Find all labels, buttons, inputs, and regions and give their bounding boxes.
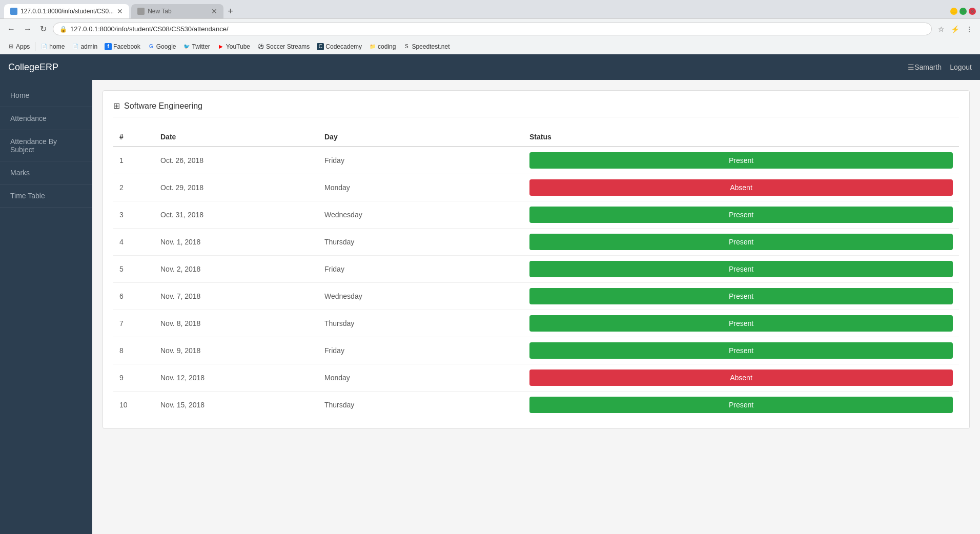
- tab-close-inactive[interactable]: ✕: [211, 8, 217, 15]
- cell-day-3: Thursday: [318, 229, 523, 256]
- sidebar-item-timetable-label: Time Table: [10, 192, 45, 200]
- bookmark-separator-1: [35, 42, 35, 51]
- cell-status-2: Present: [523, 201, 959, 229]
- browser-tab-active[interactable]: 127.0.0.1:8000/info/student/CS0... ✕: [4, 4, 129, 18]
- table-row: 8Nov. 9, 2018FridayPresent: [113, 337, 959, 364]
- bookmark-star-button[interactable]: ☆: [936, 23, 947, 35]
- sidebar-item-home[interactable]: Home: [0, 84, 92, 107]
- table-row: 1Oct. 26, 2018FridayPresent: [113, 147, 959, 174]
- sidebar-item-attendance-label: Attendance: [10, 114, 47, 122]
- table-row: 7Nov. 8, 2018ThursdayPresent: [113, 310, 959, 337]
- app-body: Home Attendance Attendance By Subject Ma…: [0, 80, 980, 534]
- reload-button[interactable]: ↻: [38, 23, 49, 35]
- twitter-icon: 🐦: [183, 43, 190, 50]
- attendance-table: # Date Day Status 1Oct. 26, 2018FridayPr…: [113, 128, 959, 418]
- cell-num-6: 7: [113, 310, 154, 337]
- bookmark-admin-label: admin: [80, 43, 97, 50]
- bookmark-home-label: home: [49, 43, 65, 50]
- forward-button[interactable]: →: [22, 24, 34, 35]
- app-header: CollegeERP ☰ Samarth Logout: [0, 54, 980, 80]
- sidebar-item-time-table[interactable]: Time Table: [0, 184, 92, 208]
- browser-chrome: 127.0.0.1:8000/info/student/CS0... ✕ New…: [0, 0, 980, 54]
- cell-status-0: Present: [523, 147, 959, 174]
- cell-day-1: Monday: [318, 174, 523, 201]
- sidebar-item-attendance-by-subject[interactable]: Attendance By Subject: [0, 130, 92, 161]
- col-header-date: Date: [154, 128, 318, 147]
- cell-status-1: Absent: [523, 174, 959, 201]
- table-grid-icon: ⊞: [113, 101, 120, 111]
- sidebar-item-attendance[interactable]: Attendance: [0, 107, 92, 130]
- bookmark-soccer-label: Soccer Streams: [266, 43, 310, 50]
- toolbar-right: ☆ ⚡ ⋮: [936, 23, 975, 35]
- cell-date-4: Nov. 2, 2018: [154, 256, 318, 283]
- cell-status-8: Absent: [523, 364, 959, 392]
- bookmark-google[interactable]: G Google: [145, 42, 179, 51]
- extensions-button[interactable]: ⚡: [949, 23, 962, 35]
- cell-num-1: 2: [113, 174, 154, 201]
- cell-num-9: 10: [113, 392, 154, 419]
- bookmark-coding[interactable]: 📁 coding: [366, 42, 399, 51]
- bookmark-soccer[interactable]: ⚽ Soccer Streams: [254, 42, 313, 51]
- cell-num-5: 6: [113, 283, 154, 310]
- bookmark-facebook-label: Facebook: [113, 43, 140, 50]
- sidebar-item-home-label: Home: [10, 91, 29, 99]
- menu-button[interactable]: ⋮: [964, 23, 975, 35]
- bookmark-codecademy[interactable]: C Codecademy: [314, 42, 365, 51]
- header-right: Samarth Logout: [914, 63, 972, 71]
- tab-title-inactive: New Tab: [148, 8, 208, 15]
- speedtest-icon: S: [403, 43, 410, 50]
- tab-favicon-2: [137, 8, 145, 15]
- browser-tab-inactive[interactable]: New Tab ✕: [131, 4, 223, 18]
- table-header-row: # Date Day Status: [113, 128, 959, 147]
- sidebar-item-marks-label: Marks: [10, 169, 30, 177]
- status-badge-7: Present: [529, 342, 953, 359]
- bookmark-facebook[interactable]: f Facebook: [101, 42, 144, 51]
- new-tab-button[interactable]: +: [226, 6, 235, 17]
- cell-num-2: 3: [113, 201, 154, 229]
- cell-num-4: 5: [113, 256, 154, 283]
- main-content: ⊞ Software Engineering # Date Day Status…: [92, 80, 980, 534]
- status-badge-1: Absent: [529, 179, 953, 196]
- hamburger-icon[interactable]: ☰: [908, 63, 914, 71]
- cell-date-3: Nov. 1, 2018: [154, 229, 318, 256]
- maximize-button[interactable]: □: [959, 8, 967, 15]
- header-username: Samarth: [914, 63, 942, 71]
- address-bar[interactable]: 🔒 127.0.0.1:8000/info/student/CS08/CS530…: [53, 23, 932, 35]
- bookmark-google-label: Google: [156, 43, 176, 50]
- cell-date-1: Oct. 29, 2018: [154, 174, 318, 201]
- status-badge-6: Present: [529, 315, 953, 332]
- tab-close-active[interactable]: ✕: [117, 8, 123, 15]
- col-header-day: Day: [318, 128, 523, 147]
- bookmark-youtube[interactable]: ▶ YouTube: [214, 42, 253, 51]
- cell-day-5: Wednesday: [318, 283, 523, 310]
- bookmark-twitter[interactable]: 🐦 Twitter: [180, 42, 213, 51]
- cell-date-5: Nov. 7, 2018: [154, 283, 318, 310]
- close-button[interactable]: ✕: [969, 8, 976, 15]
- cell-day-9: Thursday: [318, 392, 523, 419]
- sidebar-item-marks[interactable]: Marks: [0, 161, 92, 184]
- bookmark-apps-label: Apps: [16, 43, 30, 50]
- bookmark-home[interactable]: 📄 home: [37, 42, 68, 51]
- cell-num-0: 1: [113, 147, 154, 174]
- admin-bm-icon: 📄: [72, 43, 79, 50]
- cell-status-9: Present: [523, 392, 959, 419]
- cell-num-8: 9: [113, 364, 154, 392]
- browser-titlebar: 127.0.0.1:8000/info/student/CS0... ✕ New…: [0, 0, 980, 18]
- cell-day-7: Friday: [318, 337, 523, 364]
- logout-button[interactable]: Logout: [950, 63, 972, 71]
- col-header-num: #: [113, 128, 154, 147]
- back-button[interactable]: ←: [5, 24, 17, 35]
- bookmark-admin[interactable]: 📄 admin: [69, 42, 100, 51]
- bookmark-apps[interactable]: ⊞ Apps: [4, 42, 33, 51]
- app-brand[interactable]: CollegeERP: [8, 62, 904, 73]
- minimize-button[interactable]: —: [950, 8, 957, 15]
- codecademy-icon: C: [317, 43, 324, 50]
- bookmark-speedtest[interactable]: S Speedtest.net: [400, 42, 453, 51]
- status-badge-5: Present: [529, 288, 953, 304]
- table-row: 3Oct. 31, 2018WednesdayPresent: [113, 201, 959, 229]
- browser-toolbar: ← → ↻ 🔒 127.0.0.1:8000/info/student/CS08…: [0, 18, 980, 39]
- subject-title: Software Engineering: [124, 101, 202, 111]
- table-row: 4Nov. 1, 2018ThursdayPresent: [113, 229, 959, 256]
- status-badge-4: Present: [529, 261, 953, 277]
- table-row: 2Oct. 29, 2018MondayAbsent: [113, 174, 959, 201]
